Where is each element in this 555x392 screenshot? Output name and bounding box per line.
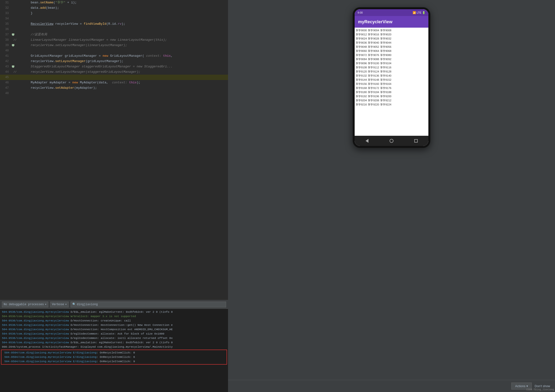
- list-item: 享学9196: [368, 95, 379, 98]
- line-content-39: recyclerView.setLayoutManager(linearLayo…: [16, 43, 227, 48]
- list-item: 享学9172: [368, 86, 379, 90]
- list-item: 享学9096: [356, 62, 367, 65]
- list-row-14: 享学9156 享学9160 享学9164: [356, 82, 427, 86]
- log-detail-6: D/eglCodecCommon: allocate: Ask for bloc…: [71, 332, 164, 336]
- gutter-43: [11, 65, 16, 68]
- line-content-31: bean.setName("享学" + i);: [16, 0, 227, 5]
- log-text-10: 504-9504/com.dingjiaxiong.myrecyclerview…: [4, 351, 97, 355]
- log-detail-1: D/EGL_emulation: eglMakeCurrent: 0xd5feb…: [71, 310, 173, 314]
- actions-label: Actions: [515, 384, 525, 388]
- list-item: 享学9176: [380, 86, 391, 90]
- list-item: 享学9084: [356, 57, 367, 61]
- line-content-38: LinearLayoutManager linearLayoutManager …: [16, 37, 227, 43]
- code-line-37: 37 //设置布局: [0, 32, 228, 37]
- list-row-11: 享学9120 享学9124 享学9128: [356, 70, 427, 73]
- list-item: 享学9164: [380, 82, 391, 86]
- gutter-38: //: [11, 38, 16, 42]
- list-row-2: 享学9012 享学9016 享学9020: [356, 33, 427, 36]
- list-item: 享学9128: [380, 70, 391, 73]
- list-row-4: 享学9036 享学9040 享学9044: [356, 41, 427, 45]
- list-item: 享学9212: [380, 99, 391, 102]
- code-line-38: 38 // LinearLayoutManager linearLayoutMa…: [0, 37, 228, 43]
- log-line-2: 504-9536/com.dingjiaxiong.myrecyclerview…: [0, 314, 228, 319]
- list-item: 享学9136: [368, 74, 379, 78]
- log-text-1: 504-9536/com.dingjiaxiong.myrecyclerview: [2, 310, 69, 314]
- process-chevron-icon: ▾: [45, 303, 47, 306]
- list-item: 享学9064: [368, 49, 379, 53]
- nav-home-button[interactable]: [389, 138, 394, 144]
- list-item: 享学9192: [356, 95, 367, 98]
- code-line-47: 47 recyclerView.setAdapter(myAdapter);: [0, 85, 228, 91]
- code-line-31: 31 bean.setName("享学" + i);: [0, 0, 228, 5]
- phone-battery-icon: 🔋: [422, 11, 425, 14]
- list-item: 享学9056: [380, 45, 391, 49]
- list-item: 享学9204: [356, 99, 367, 102]
- log-text-11: 504-9504/com.dingjiaxiong.myrecyclerview…: [4, 355, 97, 359]
- list-item: 享学9180: [356, 90, 367, 94]
- line-content-41: GridLayoutManager gridLayoutManager = ne…: [16, 53, 227, 59]
- list-item: 享学9000: [356, 29, 367, 32]
- code-editor[interactable]: 31 bean.setName("享学" + i); 32 data.add(b…: [0, 0, 228, 300]
- line-content-32: data.add(bean);: [16, 5, 227, 11]
- level-dropdown[interactable]: Verbose ▾: [50, 302, 69, 307]
- phone-time: 9:00: [358, 11, 363, 14]
- log-detail-8: D/EGL_emulation: eglMakeCurrent: 0xd5feb…: [71, 340, 173, 345]
- list-item: 享学9116: [380, 66, 391, 69]
- line-content-33: }: [16, 11, 227, 16]
- list-row-9: 享学9096 享学9100 享学9104: [356, 62, 427, 65]
- log-detail-11: : OnRecycleItemClick: 6: [97, 355, 135, 359]
- line-content-48: [16, 91, 227, 96]
- line-number-42: 42: [1, 60, 11, 63]
- process-dropdown[interactable]: No debuggable processes ▾: [2, 302, 48, 307]
- list-item: 享学9184: [368, 90, 379, 94]
- bottom-bar: Actions ▾ Don't show: [228, 380, 555, 392]
- list-row-3: 享学9024 享学9028 享学9032: [356, 37, 427, 40]
- code-line-32: 32 data.add(bean);: [0, 5, 228, 11]
- list-row-13: 享学9144 享学9148 享学9152: [356, 78, 427, 82]
- list-row-1: 享学9000 享学9004 享学9008: [356, 29, 427, 32]
- list-item: 享学9088: [368, 57, 379, 61]
- line-number-45: 45: [1, 76, 11, 79]
- line-number-33: 33: [1, 12, 11, 15]
- line-number-32: 32: [1, 6, 11, 10]
- line-number-40: 40: [1, 49, 11, 52]
- line-content-45: [16, 75, 227, 80]
- phone-device: 9:00 📶 LTE 🔋 myRecyclerView 享学9000 享学900…: [353, 7, 430, 148]
- search-icon: 🔍: [72, 303, 76, 306]
- line-content-46: MyAdapter myAdapter = new MyAdapter(data…: [16, 80, 227, 85]
- list-item: 享学9120: [356, 70, 367, 73]
- log-text-9: 008-2046/system_process I/ActivityTaskMa…: [2, 345, 173, 349]
- log-text-2: 504-9536/com.dingjiaxiong.myrecyclerview…: [2, 314, 136, 319]
- code-line-48: 48: [0, 91, 228, 96]
- log-text-3: 504-9536/com.dingjiaxiong.myrecyclerview: [2, 319, 69, 323]
- nav-back-button[interactable]: [364, 138, 370, 144]
- dont-show-button[interactable]: Don't show: [535, 384, 550, 388]
- log-detail-5: D/HostConnection: HostComposition ext AN…: [71, 327, 173, 332]
- phone-list[interactable]: 享学9000 享学9004 享学9008 享学9012 享学9016 享学902…: [355, 28, 428, 136]
- code-line-33: 33 }: [0, 11, 228, 16]
- list-row-6: 享学9060 享学9064 享学9068: [356, 49, 427, 53]
- gutter-37: [11, 33, 16, 36]
- list-item: 享学9200: [380, 95, 391, 98]
- code-line-42: 42 recyclerView.setLayoutManager(gridLay…: [0, 59, 228, 64]
- code-lines: 31 bean.setName("享学" + i); 32 data.add(b…: [0, 0, 228, 96]
- line-number-35: 35: [1, 22, 11, 26]
- code-line-43: 43 StaggeredGridLayoutManager staggeredG…: [0, 64, 228, 69]
- csdn-footer: CSDN ©Ding_Jiaxiong: [526, 388, 554, 391]
- log-search-bar[interactable]: 🔍 dingjiaxiong: [71, 302, 226, 307]
- code-line-41: 41 GridLayoutManager gridLayoutManager =…: [0, 53, 228, 59]
- list-item: 享学9072: [356, 53, 367, 57]
- code-panel: iew tivity er nl em.xml 26 31 bean.setNa…: [0, 0, 228, 392]
- line-number-43: 43: [1, 65, 11, 68]
- code-line-34: 34: [0, 16, 228, 21]
- gutter-44: //: [11, 70, 16, 74]
- log-text-7: 504-9536/com.dingjiaxiong.myrecyclerview: [2, 336, 69, 340]
- list-item: 享学9052: [368, 45, 379, 49]
- log-detail-3: D/HostConnection: createUnique: call: [71, 319, 131, 323]
- code-line-36: 36: [0, 27, 228, 32]
- nav-recents-button[interactable]: [413, 138, 419, 144]
- nav-back-icon: [366, 139, 368, 143]
- log-detail-10: : OnRecycleItemClick: 0: [97, 351, 135, 355]
- dont-show-label: Don't show: [535, 384, 550, 388]
- list-row-17: 享学9192 享学9196 享学9200: [356, 95, 427, 98]
